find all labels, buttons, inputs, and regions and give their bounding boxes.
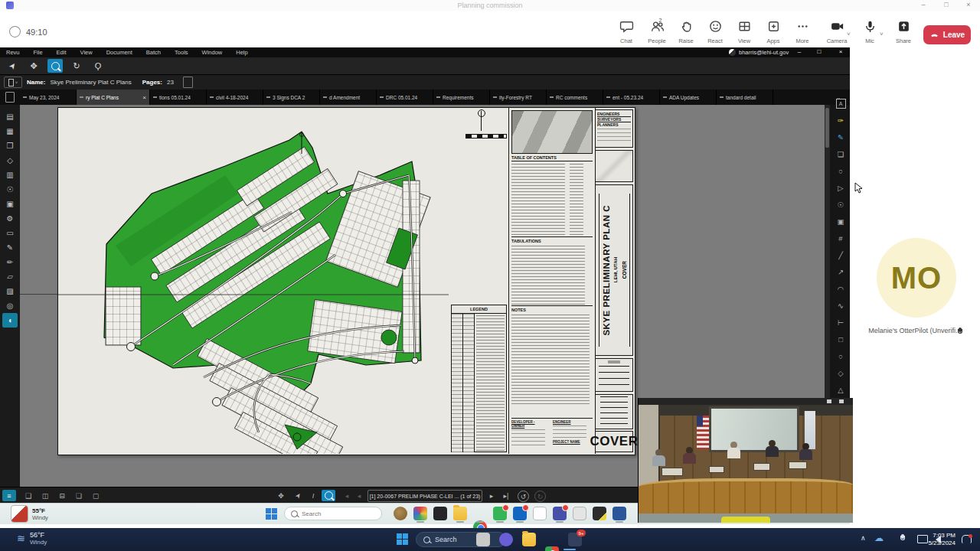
menu-view[interactable]: View xyxy=(80,49,93,56)
inner-start-button[interactable] xyxy=(266,508,277,520)
arc-tool-icon[interactable]: ◠ xyxy=(833,280,848,297)
window-minimize-button[interactable]: – xyxy=(918,1,929,8)
polygon-tool-icon[interactable]: ◇ xyxy=(833,364,848,381)
panel-markup-icon[interactable]: ▣ xyxy=(2,197,18,211)
panel-bookmarks-icon[interactable]: ❐ xyxy=(2,139,18,153)
window-close-button[interactable]: × xyxy=(963,1,974,8)
text-box-tool-icon[interactable]: A xyxy=(836,99,846,109)
page-selector-dropdown[interactable]: ˅ xyxy=(4,77,22,88)
panel-measure-icon[interactable]: ▭ xyxy=(2,226,18,240)
select-tool-icon[interactable]: ➤ xyxy=(2,56,22,77)
revu-minimize-button[interactable]: – xyxy=(793,48,805,55)
panel-markuplist-icon[interactable]: ✎ xyxy=(2,240,18,255)
menu-file[interactable]: File xyxy=(34,49,43,56)
panel-settings-icon[interactable]: ⚙ xyxy=(2,211,18,226)
window-maximize-button[interactable]: □ xyxy=(941,1,952,8)
panel-thumbnails-icon[interactable]: ▦ xyxy=(2,124,18,139)
panel-profile-icon[interactable]: ☉ xyxy=(2,182,18,197)
account-indicator[interactable]: bharris@lehi-ut.gov xyxy=(729,49,789,56)
doc-tab[interactable]: Requirements xyxy=(433,90,490,105)
single-page-view-icon[interactable]: ❑ xyxy=(21,490,35,501)
doc-tab[interactable]: DRC 05.01.24 xyxy=(377,90,433,105)
react-button[interactable]: React xyxy=(701,19,730,44)
menu-document[interactable]: Document xyxy=(106,49,132,56)
people-button[interactable]: 2 People xyxy=(642,19,671,44)
history-forward-button[interactable]: ↻ xyxy=(534,491,546,502)
history-back-button[interactable]: ↺ xyxy=(518,491,529,502)
status-text-select-icon[interactable]: I xyxy=(306,490,320,501)
inner-app-explorer-icon[interactable] xyxy=(453,507,467,520)
inner-app-taskview-icon[interactable] xyxy=(433,507,447,520)
inner-app-plus-icon[interactable] xyxy=(573,507,586,520)
page-fit-icon[interactable]: ❏ xyxy=(72,490,86,501)
menu-revu[interactable]: Revu xyxy=(6,49,20,56)
callout-tool-icon[interactable]: ❏ xyxy=(833,145,848,162)
menu-window[interactable]: Window xyxy=(202,49,223,56)
inner-app-capture-icon[interactable] xyxy=(593,507,606,520)
page-indicator-field[interactable]: [1] 20-0067 PRELIM PHASE C-LEI ... (1 of… xyxy=(368,490,482,502)
mic-options-chevron[interactable]: ˅ xyxy=(880,31,884,37)
panel-shapes-icon[interactable]: ▱ xyxy=(2,269,18,284)
panel-chat-icon[interactable]: ◖ xyxy=(2,313,18,328)
doc-tab[interactable]: d Amendment xyxy=(320,90,377,105)
revu-maximize-button[interactable]: □ xyxy=(813,48,825,55)
taskbar-app-meet-icon[interactable] xyxy=(499,533,513,546)
page-next-button[interactable]: ▸ xyxy=(485,490,498,501)
tray-chevron-icon[interactable]: ∧ xyxy=(861,534,866,542)
zoom-tool-icon[interactable] xyxy=(47,59,63,73)
doc-tab[interactable]: ity-Forestry RT xyxy=(490,90,547,105)
panel-toolchest-icon[interactable]: ▥ xyxy=(2,168,18,182)
taskbar-app-teams-icon[interactable]: 9+ xyxy=(568,533,582,546)
status-zoom-icon[interactable] xyxy=(322,490,335,501)
arrow-tool-icon[interactable]: ↗ xyxy=(833,263,848,280)
doc-tab[interactable]: ADA Updates xyxy=(660,90,717,105)
lasso-tool-icon[interactable]: Ϙ xyxy=(90,59,106,73)
image-tool-icon[interactable]: ▣ xyxy=(833,213,848,230)
doc-tab[interactable]: 3 Signs DCA 2 xyxy=(263,90,320,105)
ellipse-tool-icon[interactable]: ○ xyxy=(833,162,848,179)
full-screen-icon[interactable]: ▢ xyxy=(89,490,103,501)
inner-search-box[interactable]: Search xyxy=(284,507,382,520)
apps-button[interactable]: Apps xyxy=(759,19,788,44)
refresh-tool-icon[interactable]: ↻ xyxy=(69,59,84,73)
cloud-tool-icon[interactable]: ▷ xyxy=(833,179,848,196)
revu-close-button[interactable]: × xyxy=(835,48,847,55)
share-button[interactable]: Share xyxy=(889,19,918,44)
rectangle-tool-icon[interactable]: □ xyxy=(833,331,848,347)
page-last-button[interactable]: ▸| xyxy=(499,490,513,501)
taskbar-app-taskview-icon[interactable] xyxy=(476,533,490,546)
doc-tab[interactable]: civil 4-18-2024 xyxy=(207,90,263,105)
inner-app-phone-icon[interactable] xyxy=(493,507,507,520)
raise-hand-button[interactable]: Raise xyxy=(671,19,701,44)
tab-close-icon[interactable]: × xyxy=(142,94,146,101)
inner-app-word-icon[interactable] xyxy=(612,507,626,520)
panel-signature-icon[interactable]: ✏ xyxy=(2,255,18,269)
panel-search-icon[interactable]: ◎ xyxy=(2,298,18,313)
page-prev2-button[interactable]: ◂ xyxy=(352,490,366,501)
line-tool-icon[interactable]: ╱ xyxy=(833,246,848,263)
taskbar-app-explorer-icon[interactable] xyxy=(522,533,536,546)
inner-weather-widget[interactable]: 55°FWindy xyxy=(11,505,48,523)
panel-media-icon[interactable]: ▨ xyxy=(2,284,18,298)
menu-batch[interactable]: Batch xyxy=(146,49,161,56)
doc-tab[interactable]: ent - 05.23.24 xyxy=(603,90,660,105)
tray-onedrive-icon[interactable]: ☁ xyxy=(874,533,884,543)
notification-bell-icon[interactable] xyxy=(962,535,972,543)
camera-options-chevron[interactable]: ˅ xyxy=(847,31,851,37)
markup-list-toggle-icon[interactable]: ≡ xyxy=(2,490,16,501)
two-page-view-icon[interactable]: ◫ xyxy=(38,490,52,501)
clock[interactable]: 7:03 PM 5/23/2024 xyxy=(916,532,956,547)
doc-tab[interactable]: May 23, 2024 xyxy=(20,90,77,105)
taskbar-search-box[interactable]: Search xyxy=(416,532,506,547)
inner-app-photos-icon[interactable] xyxy=(413,507,427,520)
more-button[interactable]: More xyxy=(788,19,817,44)
circle-tool-icon[interactable]: ○ xyxy=(833,347,848,364)
taskbar-weather-widget[interactable]: ≋ 56°FWindy xyxy=(17,531,47,546)
length-tool-icon[interactable]: ⊢ xyxy=(833,314,848,331)
panel-layers-icon[interactable]: ◇ xyxy=(2,153,18,168)
polyline-tool-icon[interactable]: ∿ xyxy=(833,297,848,314)
inner-app-teams-icon[interactable] xyxy=(553,507,567,520)
doc-tab[interactable]: tions 05.01.24 xyxy=(150,90,207,105)
split-view-icon[interactable]: ⊟ xyxy=(55,490,69,501)
view-button[interactable]: View xyxy=(730,19,759,44)
